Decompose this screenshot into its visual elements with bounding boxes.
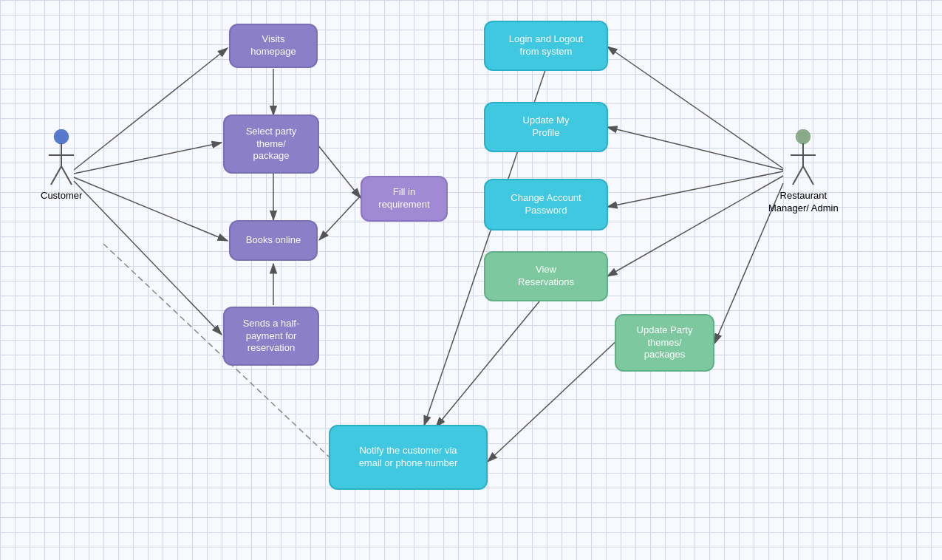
customer-actor: Customer <box>41 129 82 201</box>
select-party-node: Select partytheme/package <box>223 115 319 174</box>
notify-customer-node: Notify the customer viaemail or phone nu… <box>329 425 488 490</box>
login-logout-node: Login and Logoutfrom system <box>484 21 608 71</box>
change-password-node: Change AccountPassword <box>484 179 608 231</box>
view-reservations-node: ViewReservations <box>484 251 608 301</box>
update-profile-node: Update MyProfile <box>484 102 608 152</box>
svg-line-9 <box>318 145 361 198</box>
svg-line-17 <box>436 301 539 427</box>
svg-line-25 <box>61 166 72 185</box>
svg-point-21 <box>55 131 67 143</box>
svg-line-4 <box>74 177 228 241</box>
manager-actor: RestaurantManager/ Admin <box>768 129 839 215</box>
svg-line-14 <box>607 176 783 276</box>
customer-stick-figure <box>45 129 78 188</box>
sends-payment-node: Sends a half-payment forreservation <box>223 307 319 366</box>
svg-line-2 <box>74 48 228 170</box>
manager-label: RestaurantManager/ Admin <box>768 190 839 215</box>
svg-line-24 <box>51 166 61 185</box>
svg-line-5 <box>74 181 222 335</box>
fill-requirement-node: Fill inrequirement <box>361 176 448 222</box>
svg-line-10 <box>319 194 362 240</box>
svg-point-27 <box>797 131 809 143</box>
svg-line-3 <box>74 143 222 174</box>
svg-line-13 <box>607 171 783 207</box>
svg-line-11 <box>607 47 783 168</box>
manager-stick-figure <box>787 129 820 188</box>
customer-label: Customer <box>41 190 82 201</box>
svg-line-31 <box>803 166 813 185</box>
books-online-node: Books online <box>229 220 318 261</box>
svg-line-12 <box>607 127 783 170</box>
svg-line-30 <box>793 166 803 185</box>
update-party-node: Update Partythemes/packages <box>615 314 714 372</box>
visits-homepage-node: Visits homepage <box>229 24 318 68</box>
